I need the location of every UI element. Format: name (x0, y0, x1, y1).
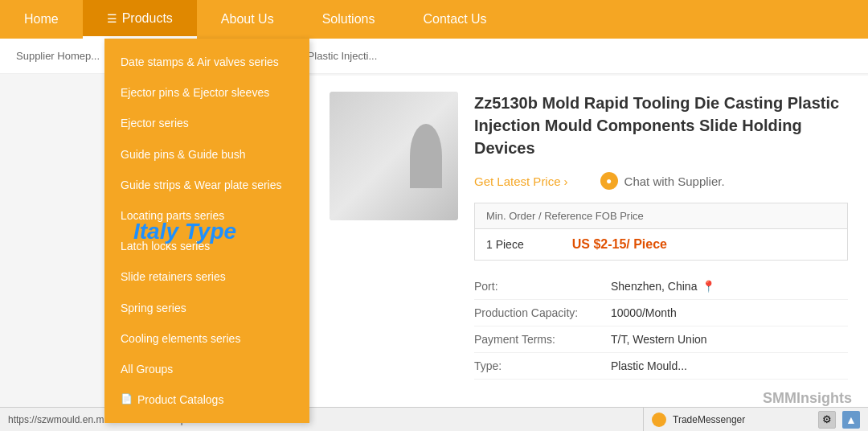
detail-payment-value: T/T, Western Union (611, 333, 707, 346)
trade-messenger-label: TradeMessenger (673, 414, 812, 425)
dropdown-item-ejector-pins[interactable]: Ejector pins & Ejector sleeves (104, 77, 309, 108)
dropdown-item-guide-pins[interactable]: Guide pins & Guide bush (104, 139, 309, 170)
dropdown-item-cooling[interactable]: Cooling elements series (104, 323, 309, 354)
nav-products[interactable]: ☰ Products (83, 0, 197, 39)
dropdown-item-slide-retainers[interactable]: Slide retainers series (104, 261, 309, 292)
order-box-header: Min. Order / Reference FOB Price (475, 203, 847, 229)
detail-port-label: Port: (474, 280, 611, 293)
dropdown-item-spring[interactable]: Spring series (104, 293, 309, 323)
price-section: Get Latest Price › ● Chat with Supplier. (474, 172, 848, 190)
menu-icon: ☰ (107, 12, 117, 25)
nav-contact[interactable]: Contact Us (399, 0, 510, 39)
product-info: Zz5130b Mold Rapid Tooling Die Casting P… (474, 92, 848, 380)
location-icon: 📍 (702, 280, 715, 293)
dropdown-item-locating[interactable]: Locating parts series (104, 200, 309, 231)
detail-production: Production Capacity: 10000/Month (474, 300, 848, 326)
dropdown-item-date-stamps[interactable]: Date stamps & Air valves series (104, 47, 309, 77)
trade-messenger-bar: TradeMessenger ⚙ ▲ (643, 407, 868, 431)
get-price-button[interactable]: Get Latest Price › (474, 174, 568, 188)
product-title: Zz5130b Mold Rapid Tooling Die Casting P… (474, 92, 848, 159)
dropdown-item-guide-strips[interactable]: Guide strips & Wear plate series (104, 170, 309, 200)
order-price: US $2-15/ Piece (572, 237, 667, 252)
product-image (330, 92, 458, 220)
dropdown-item-all-groups[interactable]: All Groups (104, 354, 309, 384)
dropdown-item-product-catalogs[interactable]: Product Catalogs (104, 384, 309, 415)
detail-production-label: Production Capacity: (474, 306, 611, 319)
nav-home[interactable]: Home (0, 0, 83, 39)
order-quantity: 1 Piece (486, 238, 524, 251)
trade-messenger-icon (652, 413, 666, 427)
breadcrumb-home[interactable]: Supplier Homep... (16, 50, 100, 62)
trade-messenger-expand[interactable]: ▲ (842, 411, 860, 429)
order-box: Min. Order / Reference FOB Price 1 Piece… (474, 203, 848, 261)
detail-type-label: Type: (474, 359, 611, 372)
navbar: Home ☰ Products About Us Solutions Conta… (0, 0, 868, 39)
detail-port: Port: Shenzhen, China 📍 (474, 273, 848, 300)
dropdown-item-ejector-series[interactable]: Ejector series (104, 108, 309, 138)
watermark: SMMInsights (763, 390, 852, 407)
detail-payment: Payment Terms: T/T, Western Union (474, 326, 848, 353)
products-dropdown: Date stamps & Air valves series Ejector … (104, 39, 309, 423)
dropdown-item-latch-locks[interactable]: Latch locks series (104, 231, 309, 261)
detail-type: Type: Plastic Mould... (474, 353, 848, 380)
nav-solutions[interactable]: Solutions (298, 0, 399, 39)
detail-type-value: Plastic Mould... (611, 359, 687, 372)
order-box-body: 1 Piece US $2-15/ Piece (475, 229, 847, 260)
chat-icon: ● (600, 172, 618, 190)
chat-with-supplier-button[interactable]: ● Chat with Supplier. (600, 172, 725, 190)
trade-messenger-settings[interactable]: ⚙ (818, 411, 836, 429)
chevron-right-icon: › (564, 174, 568, 188)
detail-port-value: Shenzhen, China 📍 (611, 280, 715, 293)
product-detail-area: Zz5130b Mold Rapid Tooling Die Casting P… (309, 76, 868, 407)
nav-about[interactable]: About Us (197, 0, 298, 39)
detail-production-value: 10000/Month (611, 306, 677, 319)
detail-payment-label: Payment Terms: (474, 333, 611, 346)
